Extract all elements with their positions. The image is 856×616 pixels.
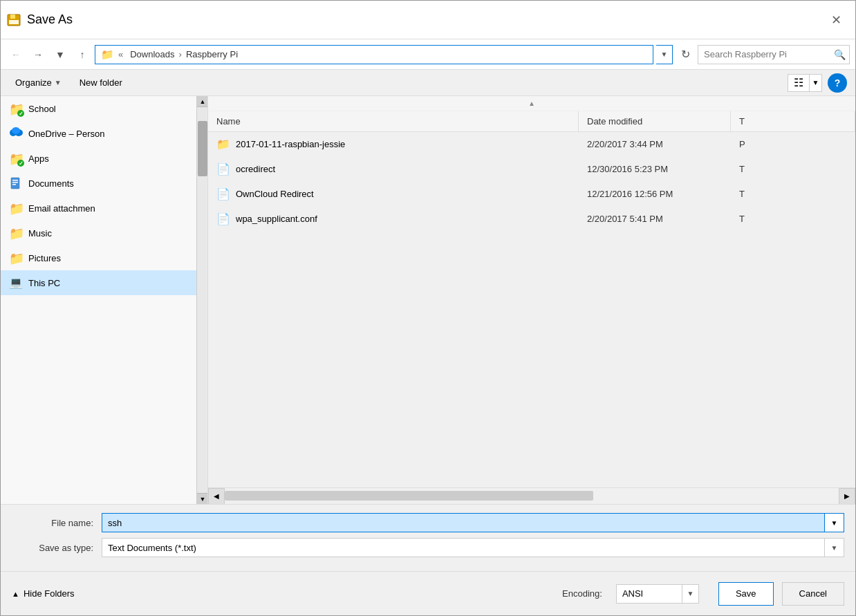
table-row[interactable]: 📄 wpa_supplicant.conf 2/20/2017 5:41 PM …: [208, 207, 855, 232]
scroll-up-indicator[interactable]: ▲: [208, 96, 855, 111]
documents-icon-wrapper: [9, 176, 23, 190]
file-type-cell: T: [731, 182, 855, 206]
table-row[interactable]: 📄 OwnCloud Redirect 12/21/2016 12:56 PM …: [208, 182, 855, 207]
search-icon: 🔍: [834, 49, 846, 60]
h-scroll-track: [225, 488, 839, 504]
cancel-button[interactable]: Cancel: [782, 582, 844, 606]
file-date-cell: 2/20/2017 3:44 PM: [579, 132, 731, 156]
scroll-up-button[interactable]: ▲: [197, 96, 208, 107]
view-chevron-icon: ▼: [812, 79, 819, 86]
help-label: ?: [835, 77, 841, 88]
search-input[interactable]: [698, 49, 830, 59]
filename-label: File name:: [12, 518, 102, 528]
encoding-dropdown[interactable]: ANSI ▼: [616, 584, 699, 604]
col-header-type[interactable]: T: [731, 111, 855, 131]
forward-button[interactable]: →: [28, 45, 48, 64]
sidebar-item-music[interactable]: 📁 Music: [1, 221, 196, 245]
filename-value: ssh: [108, 518, 122, 528]
sidebar-item-thispc[interactable]: 💻 This PC: [1, 270, 196, 295]
help-button[interactable]: ?: [828, 73, 847, 93]
h-scroll-left-button[interactable]: ◀: [208, 488, 225, 505]
dialog-icon: [6, 12, 21, 28]
view-button[interactable]: ☷ ▼: [788, 74, 822, 92]
col-header-name[interactable]: Name: [208, 111, 579, 131]
email-icon-wrapper: 📁: [9, 201, 23, 215]
email-folder-icon: 📁: [9, 202, 24, 216]
view-icon[interactable]: ☷: [788, 75, 809, 91]
sidebar-label-onedrive: OneDrive – Person: [28, 129, 105, 139]
path-dropdown-button[interactable]: ▼: [656, 45, 673, 64]
scroll-down-button[interactable]: ▼: [197, 493, 208, 504]
sidebar-label-pictures: Pictures: [28, 253, 61, 263]
file-name-cell: 📄 wpa_supplicant.conf: [208, 207, 579, 231]
saveastype-dropdown[interactable]: Text Documents (*.txt) ▼: [102, 538, 844, 557]
scroll-track: [197, 107, 207, 493]
music-icon-wrapper: 📁: [9, 226, 23, 240]
hide-folders-arrow-icon: ▲: [12, 590, 19, 598]
file-name: 2017-01-11-raspbian-jessie: [236, 139, 345, 149]
computer-icon: 💻: [9, 277, 23, 288]
sidebar-item-email[interactable]: 📁 Email attachmen: [1, 196, 196, 221]
thispc-icon-wrapper: 💻: [9, 276, 23, 290]
path-folder-icon: 📁: [101, 48, 114, 61]
sidebar-label-school: School: [28, 104, 56, 114]
sidebar-item-documents[interactable]: Documents: [1, 171, 196, 196]
back-button[interactable]: ←: [6, 45, 26, 64]
up-icon: ↑: [80, 49, 85, 60]
col-header-date[interactable]: Date modified: [579, 111, 731, 131]
onedrive-icon-wrapper: [9, 127, 23, 140]
scroll-thumb: [198, 121, 207, 176]
table-row[interactable]: 📄 ocredirect 12/30/2016 5:23 PM T: [208, 157, 855, 182]
scroll-up-icon: ▲: [528, 100, 535, 107]
pictures-icon-wrapper: 📁: [9, 251, 23, 265]
close-button[interactable]: ✕: [822, 6, 850, 34]
path-separator: ›: [179, 49, 182, 59]
address-path[interactable]: 📁 « Downloads › Raspberry Pi: [95, 45, 653, 64]
organize-label: Organize: [15, 77, 52, 88]
view-grid-icon: ☷: [794, 76, 803, 89]
table-row[interactable]: 📁 2017-01-11-raspbian-jessie 2/20/2017 3…: [208, 132, 855, 157]
address-bar: ← → ▼ ↑ 📁 « Downloads › Raspberry Pi ▼ ↻: [1, 39, 855, 70]
file-date-cell: 2/20/2017 5:41 PM: [579, 207, 731, 231]
apps-icon-wrapper: 📁 ✓: [9, 151, 23, 165]
organize-button[interactable]: Organize ▼: [9, 74, 68, 91]
new-folder-button[interactable]: New folder: [73, 74, 129, 91]
refresh-button[interactable]: ↻: [676, 45, 695, 64]
filename-input[interactable]: ssh: [102, 513, 825, 532]
dialog-title: Save As: [27, 12, 822, 27]
search-button[interactable]: 🔍: [830, 45, 849, 64]
hide-folders-label: Hide Folders: [24, 588, 75, 599]
svg-rect-6: [11, 178, 19, 189]
file-date-cell: 12/21/2016 12:56 PM: [579, 182, 731, 206]
sync-badge: ✓: [17, 110, 24, 117]
svg-rect-7: [12, 180, 18, 181]
svg-rect-9: [12, 184, 16, 185]
sidebar-label-music: Music: [28, 228, 52, 239]
onedrive-icon: [9, 127, 23, 138]
chevron-down-icon: ▼: [55, 49, 65, 60]
main-area: 📁 ✓ School: [1, 96, 855, 504]
sidebar-item-onedrive[interactable]: OneDrive – Person: [1, 121, 196, 146]
file-name-cell: 📄 OwnCloud Redirect: [208, 182, 579, 206]
encoding-label: Encoding:: [562, 588, 602, 599]
h-scroll-right-button[interactable]: ▶: [839, 488, 855, 505]
view-dropdown-arrow[interactable]: ▼: [809, 75, 821, 91]
music-folder-icon: 📁: [9, 227, 24, 241]
bottom-form: File name: ssh ▼ Save as type: Text Docu…: [1, 504, 855, 571]
file-icon: 📄: [216, 187, 230, 200]
search-box: 🔍: [698, 45, 850, 64]
sidebar-item-pictures[interactable]: 📁 Pictures: [1, 245, 196, 270]
folder-icon: 📁: [216, 138, 230, 151]
saveastype-label: Save as type:: [12, 543, 102, 553]
svg-point-5: [12, 127, 20, 134]
file-type-cell: T: [731, 157, 855, 181]
sidebar-item-school[interactable]: 📁 ✓ School: [1, 96, 196, 121]
save-button[interactable]: Save: [718, 582, 774, 606]
dropdown-history-button[interactable]: ▼: [50, 45, 70, 64]
up-button[interactable]: ↑: [73, 45, 92, 64]
filename-dropdown-button[interactable]: ▼: [825, 513, 844, 532]
sidebar-item-apps[interactable]: 📁 ✓ Apps: [1, 146, 196, 171]
file-list-header: Name Date modified T: [208, 111, 855, 132]
file-icon: 📄: [216, 212, 230, 225]
hide-folders-button[interactable]: ▲ Hide Folders: [12, 588, 75, 599]
